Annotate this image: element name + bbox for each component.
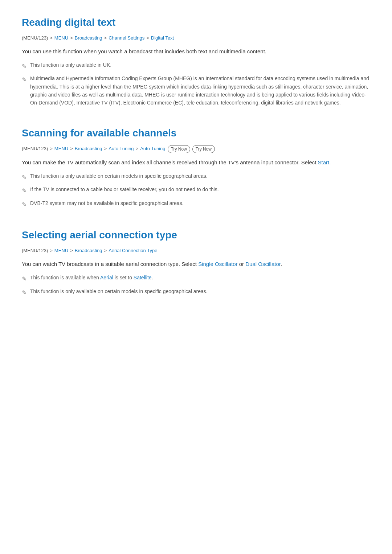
breadcrumb-sep-6: >: [70, 145, 73, 153]
breadcrumb-aerial-connection-type[interactable]: Aerial Connection Type: [109, 247, 157, 255]
desc-text-scanning: You can make the TV automatically scan a…: [22, 159, 318, 165]
pencil-icon-5: ✎: [22, 200, 26, 209]
desc-suffix-aerial: .: [281, 261, 282, 267]
breadcrumb-scanning-channels: (MENU/123) > MENU > Broadcasting > Auto …: [22, 145, 370, 153]
note-item: ✎ This function is only available in UK.: [22, 61, 370, 71]
try-now-badge-1[interactable]: Try Now: [168, 145, 190, 153]
satellite-link[interactable]: Satellite: [134, 275, 152, 280]
breadcrumb-sep-5: >: [50, 145, 53, 153]
breadcrumb-reading-digital-text: (MENU/123) > MENU > Broadcasting > Chann…: [22, 34, 370, 42]
note-item-6: ✎ This function is available when Aerial…: [22, 274, 370, 284]
note-text-3: This function is only available on certa…: [30, 172, 370, 180]
breadcrumb-menu123-2: (MENU/123): [22, 145, 48, 153]
breadcrumb-channel-settings[interactable]: Channel Settings: [109, 34, 144, 42]
pencil-icon-2: ✎: [22, 75, 26, 85]
dual-oscillator-link[interactable]: Dual Oscillator: [245, 261, 281, 267]
breadcrumb-menu[interactable]: MENU: [54, 34, 68, 42]
section-desc-aerial: You can watch TV broadcasts in a suitabl…: [22, 260, 370, 268]
note-text-6: This function is available when Aerial i…: [30, 274, 370, 282]
breadcrumb-sep-10: >: [70, 247, 73, 255]
desc-text-aerial: You can watch TV broadcasts in a suitabl…: [22, 261, 198, 267]
note-item-3: ✎ This function is only available on cer…: [22, 172, 370, 182]
aerial-link[interactable]: Aerial: [100, 275, 113, 280]
breadcrumb-selecting-aerial: (MENU/123) > MENU > Broadcasting > Aeria…: [22, 247, 370, 255]
note-text-5: DVB-T2 system may not be available in sp…: [30, 199, 370, 207]
breadcrumb-menu123-3: (MENU/123): [22, 247, 48, 255]
note-list-reading-digital-text: ✎ This function is only available in UK.…: [22, 61, 370, 107]
pencil-icon-7: ✎: [22, 288, 26, 297]
pencil-icon-3: ✎: [22, 173, 26, 182]
breadcrumb-digital-text[interactable]: Digital Text: [151, 34, 174, 42]
section-selecting-aerial: Selecting aerial connection type (MENU/1…: [22, 227, 370, 297]
note-item-2: ✎ Multimedia and Hypermedia Information …: [22, 74, 370, 107]
breadcrumb-auto-tuning-2[interactable]: Auto Tuning: [140, 145, 165, 153]
breadcrumb-menu-3[interactable]: MENU: [54, 247, 68, 255]
breadcrumb-sep-4: >: [146, 34, 149, 42]
breadcrumb-sep-11: >: [104, 247, 107, 255]
note-list-scanning: ✎ This function is only available on cer…: [22, 172, 370, 209]
breadcrumb-broadcasting-3[interactable]: Broadcasting: [75, 247, 102, 255]
breadcrumb-sep-7: >: [104, 145, 107, 153]
pencil-icon-1: ✎: [22, 62, 26, 71]
breadcrumb-sep-2: >: [70, 34, 73, 42]
breadcrumb-sep-8: >: [136, 145, 139, 153]
pencil-icon-4: ✎: [22, 186, 26, 196]
note-item-5: ✎ DVB-T2 system may not be available in …: [22, 199, 370, 209]
try-now-badge-2[interactable]: Try Now: [192, 145, 215, 153]
note-item-4: ✎ If the TV is connected to a cable box …: [22, 185, 370, 196]
note-list-aerial: ✎ This function is available when Aerial…: [22, 274, 370, 297]
breadcrumb-menu123: (MENU/123): [22, 34, 48, 42]
note-text-7: This function is only available on certa…: [30, 287, 370, 295]
breadcrumb-auto-tuning-1[interactable]: Auto Tuning: [109, 145, 134, 153]
start-link[interactable]: Start: [318, 159, 330, 165]
section-title-scanning-channels: Scanning for available channels: [22, 125, 370, 141]
note-text-4: If the TV is connected to a cable box or…: [30, 185, 370, 193]
section-title-selecting-aerial: Selecting aerial connection type: [22, 227, 370, 243]
note-text-2: Multimedia and Hypermedia Information Co…: [30, 74, 370, 107]
desc-middle-aerial: or: [238, 261, 246, 267]
breadcrumb-broadcasting-1[interactable]: Broadcasting: [75, 34, 102, 42]
breadcrumb-sep-9: >: [50, 247, 53, 255]
breadcrumb-menu-2[interactable]: MENU: [54, 145, 68, 153]
section-desc-scanning-channels: You can make the TV automatically scan a…: [22, 158, 370, 167]
section-desc-reading-digital-text: You can use this function when you watch…: [22, 47, 370, 56]
breadcrumb-sep-3: >: [104, 34, 107, 42]
pencil-icon-6: ✎: [22, 274, 26, 284]
desc-suffix-scanning: .: [329, 159, 331, 165]
section-scanning-channels: Scanning for available channels (MENU/12…: [22, 125, 370, 209]
section-title-reading-digital-text: Reading digital text: [22, 15, 370, 31]
breadcrumb-sep-1: >: [50, 34, 53, 42]
single-oscillator-link[interactable]: Single Oscillator: [198, 261, 237, 267]
note-text-1: This function is only available in UK.: [30, 61, 370, 69]
breadcrumb-broadcasting-2[interactable]: Broadcasting: [75, 145, 102, 153]
note-item-7: ✎ This function is only available on cer…: [22, 287, 370, 297]
section-reading-digital-text: Reading digital text (MENU/123) > MENU >…: [22, 15, 370, 107]
